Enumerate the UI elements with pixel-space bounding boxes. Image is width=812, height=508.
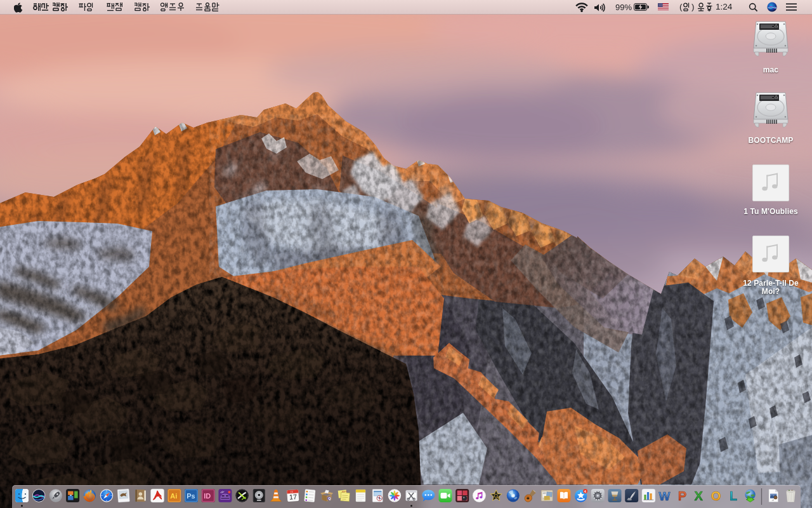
svg-text:Ps: Ps <box>187 492 195 500</box>
svg-text:O: O <box>711 489 721 503</box>
svg-text:.rtf: .rtf <box>771 499 774 502</box>
svg-text:Plans: Plans <box>342 490 348 493</box>
svg-text:W: W <box>659 490 671 503</box>
svg-text:17: 17 <box>289 493 297 501</box>
svg-text:L: L <box>730 489 737 503</box>
svg-text:P: P <box>678 489 686 503</box>
svg-text:ID: ID <box>204 492 211 500</box>
svg-text:X: X <box>695 489 704 503</box>
svg-text:Ai: Ai <box>170 492 177 500</box>
svg-text:Q: Q <box>328 497 331 500</box>
